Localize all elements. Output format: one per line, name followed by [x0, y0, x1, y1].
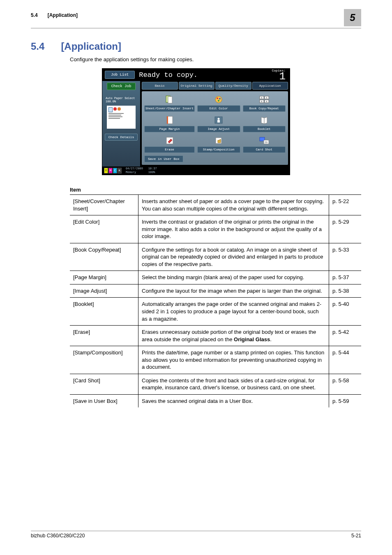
toner-levels: Y M C K [104, 168, 122, 173]
item-description: Prints the date/time, page number or a s… [138, 346, 329, 374]
item-name: [Sheet/Cover/Chapter Insert] [70, 195, 138, 215]
item-page-ref: p. 5-58 [329, 374, 362, 394]
item-name: [Edit Color] [70, 215, 138, 243]
app-edit-color[interactable]: Edit Color [197, 94, 240, 112]
item-name: [Stamp/Composition] [70, 346, 138, 374]
card-icon: ID [243, 135, 286, 146]
toner-y-icon: Y [104, 168, 108, 173]
app-label: Book Copy/Repeat [243, 105, 286, 112]
line-icon [108, 116, 122, 117]
save-in-user-box-button[interactable]: Save in User Box [144, 155, 183, 162]
item-page-ref: p. 5-29 [329, 215, 362, 243]
items-table: [Sheet/Cover/Chapter Insert]Inserts anot… [70, 195, 361, 407]
table-row: [Image Adjust]Configure the layout for t… [70, 284, 361, 298]
section-intro: Configure the application settings for m… [70, 56, 361, 62]
item-description: Inserts another sheet of paper or adds a… [138, 195, 329, 215]
app-label: Erase [144, 146, 195, 153]
item-page-ref: p. 5-59 [329, 394, 362, 407]
item-page-ref: p. 5-33 [329, 243, 362, 271]
svg-rect-15 [167, 116, 168, 124]
item-name: [Book Copy/Repeat] [70, 243, 138, 271]
svg-rect-1 [168, 97, 172, 103]
footer-page-number: 5-21 [351, 533, 361, 539]
item-page-ref: p. 5-37 [329, 271, 362, 284]
app-label: Image Adjust [197, 126, 240, 132]
toner-m-icon: M [108, 168, 113, 173]
status-message: Ready to copy. [139, 71, 272, 79]
app-page-margin[interactable]: Page Margin [144, 114, 195, 132]
table-row: [Card Shot]Copies the contents of the fr… [70, 374, 361, 394]
svg-text:A: A [266, 97, 267, 99]
app-stamp-composition[interactable]: Stamp/Composition [197, 135, 240, 153]
app-booklet[interactable]: Booklet [243, 114, 286, 132]
table-row: [Erase]Erases unnecessary outside portio… [70, 326, 361, 346]
stamp-icon [197, 135, 240, 146]
item-page-ref: p. 5-44 [329, 346, 362, 374]
item-name: [Save in User Box] [70, 394, 138, 407]
palette-icon [197, 94, 240, 105]
item-name: [Card Shot] [70, 374, 138, 394]
item-name: [Page Margin] [70, 271, 138, 284]
table-row: [Book Copy/Repeat]Configure the settings… [70, 243, 361, 271]
item-description: Inverts the contrast or gradation of the… [138, 215, 329, 243]
item-page-ref: p. 5-38 [329, 284, 362, 298]
app-label: Page Margin [144, 126, 195, 132]
table-row: [Save in User Box]Saves the scanned orig… [70, 394, 361, 407]
tab-basic[interactable]: Basic [142, 82, 178, 90]
toner-k-icon: K [118, 168, 122, 173]
item-description: Configure the layout for the image when … [138, 284, 329, 298]
svg-point-2 [215, 96, 222, 103]
item-description: Select the binding margin (blank area) o… [138, 271, 329, 284]
tab-original-setting[interactable]: Original Setting [179, 82, 215, 90]
app-label: Sheet/Cover/Chapter Insert [144, 105, 195, 112]
margin-icon [144, 114, 195, 126]
toner-c-icon: C [113, 168, 117, 173]
check-job-button[interactable]: Check Job [107, 83, 136, 90]
status-datetime: 04/27/2009 10:37 Memory 100% [126, 167, 157, 174]
app-label: Booklet [243, 126, 286, 132]
preview-icon [108, 107, 113, 112]
table-row: [Stamp/Composition]Prints the date/time,… [70, 346, 361, 374]
item-page-ref: p. 5-22 [329, 195, 362, 215]
chapter-number: 5 [350, 12, 355, 23]
check-details-button[interactable]: Check Details [105, 134, 138, 141]
app-card-shot[interactable]: ID Card Shot [243, 135, 286, 153]
tab-quality-density[interactable]: Quality/Density [215, 82, 251, 90]
line-icon [108, 115, 121, 116]
app-image-adjust[interactable]: Image Adjust [197, 114, 240, 132]
table-row: [Booklet]Automatically arranges the page… [70, 298, 361, 326]
tab-application[interactable]: Application [252, 82, 288, 90]
line-icon [108, 118, 120, 119]
table-row: [Sheet/Cover/Chapter Insert]Inserts anot… [70, 195, 361, 215]
item-name: [Image Adjust] [70, 284, 138, 298]
svg-point-3 [217, 97, 218, 99]
app-sheet-cover[interactable]: Sheet/Cover/Chapter Insert [144, 94, 195, 112]
section-title: [Application] [61, 41, 121, 52]
svg-point-17 [218, 118, 220, 120]
item-name: [Booklet] [70, 298, 138, 326]
item-description: Automatically arranges the page order of… [138, 298, 329, 326]
running-section-num: 5.4 [31, 12, 38, 18]
item-description: Saves the scanned original data in a Use… [138, 394, 329, 407]
item-description: Configure the settings for a book or cat… [138, 243, 329, 271]
preview-thumbnail [107, 106, 136, 129]
svg-text:A: A [266, 100, 267, 103]
repeat-icon: AAAA [243, 94, 286, 105]
app-label: Card Shot [243, 146, 286, 153]
item-page-ref: p. 5-40 [329, 298, 362, 326]
job-list-button[interactable]: Job List [105, 71, 135, 79]
booklet-icon [243, 114, 286, 126]
svg-text:ID: ID [265, 141, 268, 144]
running-section-title: [Application] [48, 12, 78, 18]
table-row: [Page Margin]Select the binding margin (… [70, 271, 361, 284]
svg-text:A: A [261, 97, 263, 99]
dot-icon [113, 107, 117, 111]
dot-icon [118, 107, 121, 111]
app-book-copy[interactable]: AAAA Book Copy/Repeat [243, 94, 286, 112]
app-erase[interactable]: Erase [144, 135, 195, 153]
table-row: [Edit Color]Inverts the contrast or grad… [70, 215, 361, 243]
item-page-ref: p. 5-42 [329, 326, 362, 346]
section-number: 5.4 [31, 41, 44, 52]
app-label: Stamp/Composition [197, 146, 240, 153]
image-adjust-icon [197, 114, 240, 126]
